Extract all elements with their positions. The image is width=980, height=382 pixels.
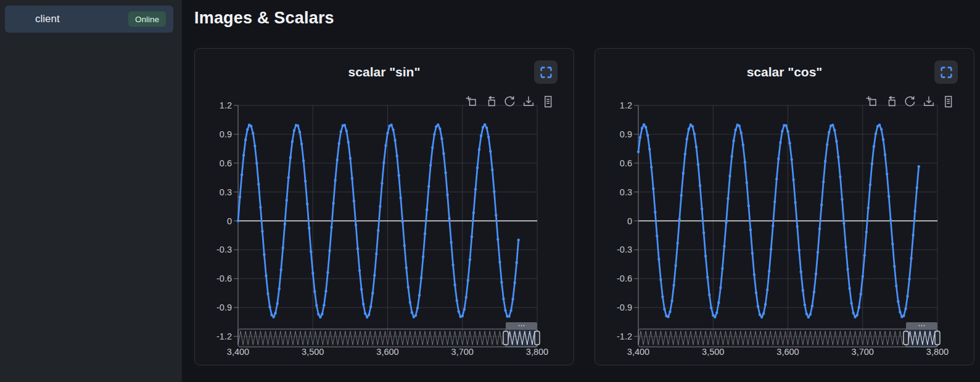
zoom-back-icon[interactable] — [884, 96, 897, 108]
download-icon[interactable] — [522, 96, 535, 108]
data-point — [772, 224, 774, 227]
data-point — [643, 123, 645, 126]
data-point — [742, 144, 744, 146]
data-point — [373, 274, 376, 277]
data-point — [291, 140, 294, 143]
data-point — [474, 188, 477, 190]
data-point — [884, 153, 886, 156]
data-point — [369, 306, 372, 308]
download-icon[interactable] — [923, 96, 935, 108]
data-point — [747, 205, 750, 207]
data-point — [800, 270, 802, 273]
data-point — [274, 312, 276, 314]
data-view-icon[interactable] — [541, 96, 554, 108]
data-point — [244, 139, 247, 141]
data-point — [332, 202, 334, 205]
data-point — [863, 254, 866, 256]
data-point — [403, 244, 406, 246]
x-tick-label: 3,800 — [926, 347, 949, 357]
data-point — [411, 311, 413, 314]
x-tick-label: 3,500 — [302, 347, 324, 357]
data-point — [278, 288, 281, 290]
data-point — [384, 144, 387, 147]
data-point — [918, 165, 920, 168]
data-point — [400, 197, 402, 199]
expand-button[interactable] — [534, 60, 558, 84]
data-point — [790, 158, 793, 161]
data-point — [311, 272, 314, 274]
datazoom-handle-right[interactable] — [535, 331, 540, 345]
data-point — [392, 129, 394, 131]
x-tick-label: 3,600 — [376, 347, 398, 357]
data-point — [450, 241, 452, 243]
data-point — [862, 275, 864, 278]
data-point — [717, 301, 720, 304]
data-point — [289, 156, 292, 159]
chart-title: scalar "sin" — [195, 65, 574, 79]
main-content: Images & Scalars scalar "sin" 3,4003,500… — [194, 0, 980, 382]
data-point — [498, 261, 501, 263]
data-point — [831, 124, 834, 126]
data-point — [822, 181, 825, 183]
data-point — [340, 131, 342, 133]
data-point — [895, 285, 897, 287]
data-point — [826, 143, 828, 145]
datazoom-handle-left[interactable] — [904, 331, 908, 345]
data-point — [461, 315, 464, 317]
data-point — [429, 164, 432, 166]
data-point — [317, 313, 319, 315]
data-point — [788, 142, 791, 144]
data-point — [740, 131, 743, 134]
datazoom-handle-left[interactable] — [503, 331, 508, 345]
data-point — [424, 232, 426, 235]
data-point — [324, 290, 327, 292]
y-tick-label: 1.2 — [220, 100, 232, 110]
data-point — [734, 129, 736, 131]
restore-icon[interactable] — [503, 96, 516, 108]
restore-icon[interactable] — [904, 96, 916, 108]
data-point — [759, 314, 761, 316]
data-point — [686, 137, 688, 140]
y-tick-label: -0.3 — [216, 245, 232, 254]
move-handle-dot — [519, 325, 520, 327]
data-point — [654, 211, 656, 213]
data-point — [804, 304, 806, 306]
data-point — [770, 248, 772, 250]
data-point — [839, 176, 841, 178]
zoom-select-icon[interactable] — [865, 96, 878, 108]
data-point — [364, 312, 366, 315]
data-point — [828, 131, 830, 134]
zoom-select-icon[interactable] — [465, 96, 477, 108]
chart-title: scalar "cos" — [595, 65, 974, 79]
data-point — [663, 308, 665, 311]
data-point — [641, 127, 643, 129]
data-point — [781, 130, 783, 132]
data-point — [749, 229, 752, 231]
data-point — [860, 293, 862, 295]
data-point — [422, 256, 424, 258]
data-point — [478, 148, 480, 151]
chart-canvas[interactable]: 3,4003,5003,6003,7003,8001.20.90.60.30-0… — [595, 86, 975, 366]
data-point — [878, 123, 881, 126]
data-point — [401, 221, 404, 223]
data-point — [280, 269, 282, 271]
y-tick-label: -0.6 — [617, 274, 632, 283]
data-point — [347, 141, 350, 144]
move-handle-dot — [521, 325, 522, 327]
data-point — [670, 299, 673, 302]
data-view-icon[interactable] — [942, 96, 954, 108]
sidebar-item-client[interactable]: client Online — [5, 6, 173, 33]
expand-button[interactable] — [934, 60, 958, 84]
chart-toolbar — [865, 96, 954, 108]
data-point — [237, 219, 239, 222]
data-point — [502, 298, 504, 300]
data-point — [382, 161, 385, 164]
zoom-back-icon[interactable] — [484, 96, 496, 108]
data-point — [427, 185, 430, 187]
chart-canvas[interactable]: 3,4003,5003,6003,7003,8001.20.90.60.30-0… — [195, 86, 575, 366]
data-point — [667, 315, 669, 318]
data-point — [482, 126, 484, 128]
y-tick-label: 0.3 — [620, 187, 632, 197]
datazoom-handle-right[interactable] — [935, 331, 940, 345]
data-point — [755, 291, 757, 294]
